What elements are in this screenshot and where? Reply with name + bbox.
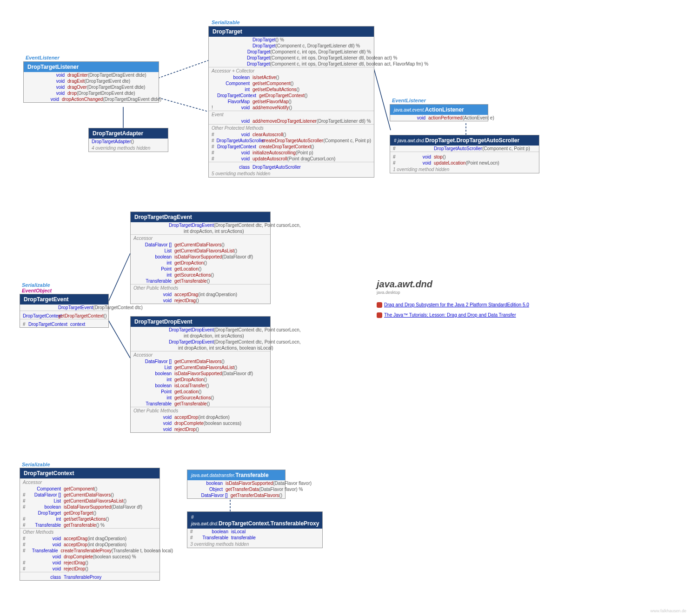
member: intgetDropAction () [131,377,270,383]
class-transferable: java.awt.datatransfer.Transferable boole… [187,470,286,499]
member: PointgetLocation () [131,266,270,272]
member: #voidupdateLocation (Point newLocn) [390,160,539,166]
member: #TransferablegetTransferable () % [20,522,159,528]
member: voidacceptDrag (int dragOperation) [131,291,270,298]
section-header: Other Protected Methods [209,124,374,132]
title-transferable: java.awt.datatransfer.Transferable [187,470,285,480]
class-drop-event: DropTargetDropEvent DropTargetDropEvent … [130,316,271,433]
member: ComponentgetComponent () [20,486,159,492]
member: FlavorMapget/setFlavorMap () [209,99,374,105]
stereotype-event-listener-2: EventListener [392,98,426,103]
hidden: 5 overriding methods hidden [209,170,374,177]
member: voiddragExit (DropTargetEvent dte) [24,78,159,84]
member: DropTarget () % [209,37,374,43]
member: voiddropComplete (boolean success) % [20,554,159,560]
section-header: Other Public Methods [131,284,270,291]
title-drop-target: DropTarget [209,26,374,37]
member: DropTargetContextgetDropTargetContext () [20,313,108,319]
member: classTransferableProxy [20,574,159,580]
link-tutorials[interactable]: The Java™ Tutorials; Lesson: Drag and Dr… [377,312,516,318]
member: booleanisDataFlavorSupported (DataFlavor… [131,254,270,260]
member: voidrejectDrop () [131,426,270,432]
section-header: Accessor + Collector [209,67,374,74]
section-header: Other Methods [20,528,159,536]
class-drop-target-context: DropTargetContext AccessorComponentgetCo… [20,468,160,581]
member: #voidupdateAutoscroll (Point dragCursorL… [209,156,374,162]
package-title: java.awt.dnd [377,279,432,290]
member: booleanisDataFlavorSupported (DataFlavor… [187,480,285,486]
member: #DropTargetAutoScrollercreateDropTargetA… [209,138,374,144]
member: !voidadd/removeNotify () [209,105,374,111]
member: #DropTargetContextcontext [20,321,108,327]
member: Componentget/setComponent () [209,80,374,86]
member: DataFlavor []getCurrentDataFlavors () [131,242,270,248]
hidden-adapter: 4 overriding methods hidden [89,145,168,152]
member: DataFlavor []getCurrentDataFlavors () [131,358,270,364]
member: classDropTargetAutoScroller [209,164,374,170]
class-auto-scroller: # java.awt.dnd.DropTarget.DropTargetAuto… [390,135,539,173]
member: booleanisDataFlavorSupported (DataFlavor… [131,371,270,377]
member-cont: int dropAction, int srcActions) [131,333,270,339]
title-action-listener: java.awt.event.ActionListener [390,105,488,115]
stereotype-event-object: EventObject [22,288,52,293]
member: DataFlavor []getTransferDataFlavors () [187,492,285,498]
class-drop-target-listener: DropTargetListener voiddragEnter (DropTa… [23,61,159,103]
member: DropTargetgetDropTarget () [20,510,159,516]
svg-line-3 [373,65,391,130]
title-drop-target-context: DropTargetContext [20,468,159,478]
class-drop-target-event: DropTargetEvent DropTargetEvent (DropTar… [20,294,109,328]
class-drag-event: DropTargetDragEvent DropTargetDragEvent … [130,212,271,304]
member: DropTargetContextgetDropTargetContext () [209,93,374,99]
member: DropTargetDropEvent (DropTargetContext d… [131,339,270,345]
member: DropTarget (Component c, int ops, DropTa… [209,55,374,61]
link-dnd-subsystem[interactable]: Drag and Drop Subsystem for the Java 2 P… [377,302,529,308]
member: #voidacceptDrag (int dragOperation) [20,536,159,542]
section-header: Accessor [131,351,270,358]
stereotype-serializable-ev: Serializable [22,282,50,288]
member: ObjectgetTransferData (DataFlavor flavor… [187,486,285,492]
section-header: Other Public Methods [131,407,270,414]
member: intgetDropAction () [131,260,270,266]
member: voiddragOver (DropTargetDragEvent dtde) [24,84,159,90]
svg-line-1 [158,98,208,112]
member: #voidrejectDrag () [20,560,159,566]
stereotype-event-listener: EventListener [26,55,60,60]
member: DropTarget (Component c, DropTargetListe… [209,43,374,49]
package-sub: java.desktop [377,290,400,295]
member: PointgetLocation () [131,389,270,395]
title-drop-target-event: DropTargetEvent [20,294,108,305]
member: #Transferabletransferable [187,535,322,541]
title-transferable-proxy: # java.awt.dnd.DropTargetContext.Transfe… [187,512,322,529]
member: voiddragEnter (DropTargetDragEvent dtde) [24,72,159,78]
member-cont: int dropAction, int srcActions, boolean … [131,345,270,351]
class-action-listener: java.awt.event.ActionListener voidaction… [390,104,488,121]
member: voiddropActionChanged (DropTargetDragEve… [24,96,159,102]
member: DropTarget (Component c, int ops, DropTa… [209,49,374,55]
title-drop-target-adapter: DropTargetAdapter [89,128,168,139]
title-drop-target-listener: DropTargetListener [24,62,159,72]
member-cont: int dropAction, int srcActions) [131,228,270,234]
watermark: www.falkhausen.de [650,609,686,613]
hidden: 3 overriding methods hidden [187,541,322,548]
member: voidacceptDrop (int dropAction) [131,414,270,420]
member: TransferablegetTransferable () [131,278,270,284]
member: voiddropComplete (boolean success) [131,420,270,426]
class-drop-target: DropTarget DropTarget () %DropTarget (Co… [208,26,374,178]
member: TransferablegetTransferable () [131,401,270,407]
section-header: Accessor [20,478,159,486]
ctor-drop-target-adapter: DropTargetAdapter () [89,139,168,145]
member: ListgetCurrentDataFlavorsAsList () [131,364,270,371]
member: booleanisLocalTransfer () [131,383,270,389]
member: voidactionPerformed (ActionEvent e) [390,115,488,121]
stereotype-serializable-ctx: Serializable [22,462,50,467]
section-header: Accessor [131,234,270,242]
stereotype-serializable-dt: Serializable [212,20,240,25]
svg-line-5 [106,253,130,307]
svg-line-6 [106,316,130,358]
member: DropTarget (Component c, int ops, DropTa… [209,61,374,67]
member: #intget/setTargetActions () [20,516,159,522]
member: intgetSourceActions () [131,272,270,278]
member: voidadd/removeDropTargetListener (DropTa… [209,118,374,124]
member: #DropTargetAutoScroller (Component c, Po… [390,146,539,152]
hidden: 1 overriding method hidden [390,166,539,173]
